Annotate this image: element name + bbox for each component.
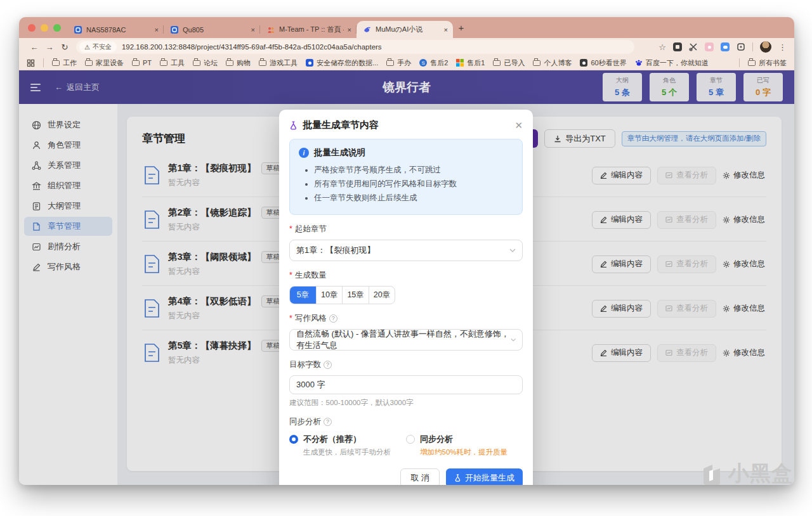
folder-icon xyxy=(85,60,93,66)
tab-close-icon[interactable]: × xyxy=(348,26,351,34)
bookmark-item[interactable]: 安全储存您的数据... xyxy=(306,58,378,68)
bookmark-folder[interactable]: 已导入 xyxy=(493,58,525,68)
help-icon[interactable]: ? xyxy=(329,314,337,323)
vault-icon xyxy=(306,59,313,67)
tab-mumu-active[interactable]: MuMuのAI小说 × xyxy=(357,21,453,38)
apps-grid-icon[interactable] xyxy=(27,59,35,67)
folder-icon xyxy=(193,60,200,66)
bookmarks-right-separator xyxy=(739,58,740,67)
radio-no-analysis[interactable]: 不分析（推荐） 生成更快，后续可手动分析 xyxy=(289,434,391,457)
forward-icon[interactable]: → xyxy=(42,42,57,52)
count-option-20[interactable]: 20章 xyxy=(369,287,395,304)
close-icon[interactable]: ✕ xyxy=(514,120,523,131)
extension-icon-dark[interactable] xyxy=(673,42,682,51)
bookmark-folder[interactable]: 手办 xyxy=(386,58,411,68)
bookmarks-bar: 工作 家里设备 PT 工具 论坛 购物 游戏工具 安全储存您的数据... 手办 … xyxy=(19,56,794,70)
help-icon[interactable]: ? xyxy=(324,418,332,426)
browser-toolbar: ← → ↻ ⚠ 不安全 192.168.200.132:8848/project… xyxy=(19,38,794,56)
tab-qu805[interactable]: Qu805 × xyxy=(164,21,260,38)
radio-selected-icon xyxy=(289,435,298,444)
required-asterisk: * xyxy=(289,271,292,280)
batch-generate-modal: 批量生成章节内容 ✕ i 批量生成说明 严格按章节序号顺序生成，不可跳过 所有章… xyxy=(279,110,533,485)
tab-title: Qu805 xyxy=(183,26,247,34)
info-bullet: 严格按章节序号顺序生成，不可跳过 xyxy=(314,164,513,177)
count-label: 生成数量 xyxy=(295,270,327,281)
info-icon: i xyxy=(299,148,309,158)
folder-icon xyxy=(132,60,140,66)
tab-title: NAS5878AC xyxy=(86,26,151,34)
style-select[interactable]: 自然流畅 (默认) - 像普通人讲故事一样自然，不刻意修饰，有生活气息 xyxy=(289,329,523,351)
profile-avatar[interactable] xyxy=(760,41,771,53)
tab-nas[interactable]: NAS5878AC × xyxy=(67,21,164,38)
count-option-5[interactable]: 5章 xyxy=(290,287,316,304)
minimize-window-button[interactable] xyxy=(41,24,48,32)
bookmark-folder[interactable]: PT xyxy=(132,59,152,67)
warning-icon: ⚠ xyxy=(84,44,90,51)
baidu-paw-icon xyxy=(635,59,643,67)
folder-icon xyxy=(748,60,756,66)
bookmark-star-icon[interactable]: ☆ xyxy=(658,42,666,52)
required-asterisk: * xyxy=(289,224,292,233)
menu-dots-icon[interactable]: ⋮ xyxy=(778,42,787,52)
new-tab-button[interactable]: + xyxy=(453,22,469,33)
world-news-icon xyxy=(580,59,587,67)
cancel-button[interactable]: 取 消 xyxy=(400,468,440,485)
close-window-button[interactable] xyxy=(28,24,36,32)
watermark: 小黑盒 xyxy=(700,460,793,488)
bookmark-item[interactable]: 售后1 xyxy=(456,58,485,68)
extension-icon-clip[interactable] xyxy=(689,42,698,51)
count-segmented-control: 5章 10章 15章 20章 xyxy=(289,286,395,304)
all-bookmarks[interactable]: 所有书签 xyxy=(748,58,787,68)
folder-icon xyxy=(226,60,233,66)
target-words-input[interactable] xyxy=(289,375,523,394)
extension-icon-pink[interactable] xyxy=(705,42,714,51)
bookmark-folder[interactable]: 工作 xyxy=(52,58,77,68)
required-asterisk: * xyxy=(289,314,292,323)
wand-icon xyxy=(289,121,298,130)
bookmark-item[interactable]: S售后2 xyxy=(419,58,448,68)
extension-icon-outline[interactable] xyxy=(737,42,745,51)
sync-label: 同步分析 xyxy=(289,416,321,427)
web-page: ← 返回主页 镜界行者 大纲 5 条 角色 5 个 章节 5 章 已写 xyxy=(19,70,794,485)
bookmark-folder[interactable]: 个人博客 xyxy=(533,58,572,68)
address-bar[interactable]: ⚠ 不安全 192.168.200.132:8848/project/4314f… xyxy=(76,40,634,54)
tab-close-icon[interactable]: × xyxy=(155,26,159,34)
modal-title: 批量生成章节内容 xyxy=(303,119,379,131)
bookmarks-separator xyxy=(43,58,44,67)
info-bullet: 所有章节使用相同的写作风格和目标字数 xyxy=(314,177,513,191)
start-batch-generate-button[interactable]: 开始批量生成 xyxy=(446,468,523,485)
extension-icon-blue[interactable] xyxy=(721,42,730,51)
back-icon[interactable]: ← xyxy=(27,42,42,52)
tab-title: M-Team - TP :: 首頁 - Powere xyxy=(279,25,344,34)
toolbar-icons: ☆ ⋮ xyxy=(658,41,787,53)
tab-mteam[interactable]: M-Team - TP :: 首頁 - Powere × xyxy=(260,21,357,38)
bookmark-folder[interactable]: 论坛 xyxy=(193,58,218,68)
words-hint: 建议范围：500-10000字，默认3000字 xyxy=(289,398,523,408)
watermark-text: 小黑盒 xyxy=(728,460,793,488)
bookmark-item[interactable]: 60秒看世界 xyxy=(580,58,626,68)
bookmark-folder[interactable]: 家里设备 xyxy=(85,58,124,68)
mteam-favicon xyxy=(266,25,275,34)
radio-sync-analysis[interactable]: 同步分析 增加约50%耗时，提升质量 xyxy=(406,434,508,457)
start-chapter-select[interactable]: 第1章：【裂痕初现】 xyxy=(289,240,523,261)
bookmark-folder[interactable]: 游戏工具 xyxy=(259,58,298,68)
mumu-favicon xyxy=(363,25,372,34)
reload-icon[interactable]: ↻ xyxy=(57,42,72,52)
bookmark-folder[interactable]: 工具 xyxy=(160,58,185,68)
count-option-10[interactable]: 10章 xyxy=(316,287,342,304)
count-option-15[interactable]: 15章 xyxy=(342,287,368,304)
bookmark-folder[interactable]: 购物 xyxy=(226,58,251,68)
start-chapter-label: 起始章节 xyxy=(295,224,327,235)
tab-close-icon[interactable]: × xyxy=(444,26,448,34)
help-icon[interactable]: ? xyxy=(324,361,332,369)
folder-icon xyxy=(533,60,540,66)
toolbar-separator xyxy=(752,42,753,51)
zoom-window-button[interactable] xyxy=(53,24,61,32)
bookmark-item[interactable]: 百度一下，你就知道 xyxy=(635,58,709,68)
security-chip[interactable]: ⚠ 不安全 xyxy=(79,41,117,53)
tab-close-icon[interactable]: × xyxy=(251,26,255,34)
folder-icon xyxy=(386,60,394,66)
folder-icon xyxy=(160,60,167,66)
batch-info-box: i 批量生成说明 严格按章节序号顺序生成，不可跳过 所有章节使用相同的写作风格和… xyxy=(289,139,523,215)
url-text: 192.168.200.132:8848/project/4314ff95-69… xyxy=(122,43,382,51)
